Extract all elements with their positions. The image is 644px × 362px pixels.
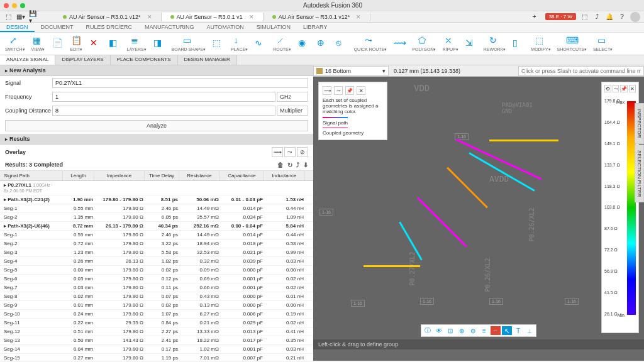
ribbon-BOARD SHAPE[interactable]: ▭BOARD SHAPE▾ [169,34,209,53]
table-row[interactable]: Seg-31.23 mm179.80 Ω5.53 ps32.53 mΩ0.031… [0,248,313,257]
table-row[interactable]: Seg-150.27 mm179.80 Ω1.19 ps7.01 mΩ0.007… [0,354,313,361]
ribbon-tool[interactable]: ⬚ [209,36,227,51]
command-input[interactable] [518,66,644,76]
ribbon-tool[interactable]: ▯ [509,36,527,51]
help-icon[interactable]: ? [618,13,626,21]
minus-icon[interactable]: − [491,326,501,335]
layer-select[interactable]: 16 Bottom▾ [313,66,389,76]
overlay-none-icon[interactable]: ⊘ [297,147,308,157]
ortho-icon[interactable]: ⟂ [525,326,535,335]
table-row[interactable]: Seg-50.00 mm179.80 Ω0.02 ps0.09 mΩ0.000 … [0,266,313,275]
overlay-path-icon[interactable]: ⟿ [272,147,283,157]
table-row[interactable]: Seg-10.55 mm179.80 Ω2.46 ps14.49 mΩ0.014… [0,231,313,239]
ribbon-EDIT[interactable]: 📋EDIT▾ [68,34,86,53]
ribbon-QUICK ROUTE[interactable]: ⤳QUICK ROUTE▾ [352,34,390,53]
new-analysis-header[interactable]: New Analysis [0,65,313,76]
freq-unit[interactable]: GHz [277,92,308,102]
ribbon-tab[interactable]: AUTOMATION [201,23,250,32]
panel-tab[interactable]: PLACE COMPONENTS [111,55,178,65]
panel-tab[interactable]: ANALYZE SIGNAL [0,55,55,65]
ribbon-SHORTCUTS[interactable]: ⌨SHORTCUTS▾ [555,34,589,53]
user-icon[interactable] [630,12,640,22]
inspector-tab[interactable]: INSPECTOR [635,103,644,144]
freq-input[interactable] [52,92,275,102]
table-row[interactable]: Seg-140.04 mm179.80 Ω0.17 ps1.02 mΩ0.001… [0,345,313,354]
pcb-canvas[interactable]: VDD PAD@VIA01GND AVDD P0.26/XL2 P0.27/XL… [313,77,644,349]
table-row[interactable]: Seg-90.01 mm179.80 Ω0.02 ps0.13 mΩ0.000 … [0,301,313,310]
table-row[interactable]: Seg-80.02 mm179.80 Ω0.07 ps0.43 mΩ0.000 … [0,292,313,301]
signal-select[interactable]: P0.27/XL1 [52,78,308,88]
save-icon[interactable]: 💾▾ [29,13,38,21]
ribbon-tool[interactable]: ⎋ [333,36,350,51]
ribbon-tool[interactable]: ◨ [150,36,168,51]
legend-close-icon[interactable]: ✕ [357,86,365,95]
table-row[interactable]: Seg-70.03 mm179.80 Ω0.11 ps0.66 mΩ0.001 … [0,283,313,292]
refresh-icon[interactable]: ↻ [287,162,292,168]
ribbon-MODIFY[interactable]: ⬚MODIFY▾ [528,34,553,53]
table-row[interactable]: Seg-130.50 mm143.43 Ω2.41 ps18.22 mΩ0.01… [0,336,313,345]
table-row[interactable]: Seg-110.22 mm29.35 Ω0.84 ps0.21 mΩ0.029 … [0,319,313,327]
panel-tab[interactable]: DESIGN MANAGER [178,55,237,65]
ribbon-tab[interactable]: LIBRARY [297,23,333,32]
ribbon-tab[interactable]: DESIGN [0,23,35,32]
ribbon-tool[interactable]: ⟿ [391,36,408,51]
doc-tab[interactable]: AU Air Sensor – R3.0.1 v12* ✕ [264,13,371,21]
drc-badge[interactable]: 38 E · 7 W [545,13,576,20]
ribbon-tool[interactable]: ◉ [295,36,313,51]
window-min[interactable] [12,3,17,8]
scale-gear-icon[interactable]: ⚙ [604,85,611,92]
export-icon[interactable]: ⤴ [296,162,299,168]
delete-icon[interactable]: 🗑 [277,162,284,168]
scale-close-icon[interactable]: ✕ [629,85,636,92]
ribbon-SELECT[interactable]: ▭SELECT▾ [591,34,615,53]
text-icon[interactable]: T [513,326,523,335]
ribbon-SWITCH[interactable]: ⤢SWITCH▾ [3,34,28,53]
home-icon[interactable]: ⬚ [4,13,13,21]
selection-filter-tab[interactable]: SELECTION FILTER [635,145,644,203]
ribbon-tool[interactable]: 📄 [49,36,67,51]
table-row[interactable]: Seg-100.24 mm179.80 Ω1.07 ps6.27 mΩ0.006… [0,310,313,319]
zoom-out-icon[interactable]: ⊖ [468,326,478,335]
ribbon-VIEW[interactable]: ▦VIEW▾ [29,34,48,53]
download-icon[interactable]: ⬇ [303,162,308,168]
new-tab[interactable]: + [530,13,539,21]
table-row[interactable]: ▸ Path-X3(2)-C21(2)1.90 mm179.80 - 179.8… [0,195,313,204]
ribbon-tool[interactable]: ⊕ [314,36,331,51]
bell-icon[interactable]: 🔔 [605,13,614,21]
ribbon-tab[interactable]: DOCUMENT [35,23,80,32]
zoom-in-icon[interactable]: ⊕ [457,326,467,335]
ribbon-tool[interactable]: ✕ [87,36,104,51]
ribbon-LAYERS[interactable]: ≣LAYERS▾ [125,34,149,53]
table-row[interactable]: Seg-21.35 mm179.80 Ω6.05 ps35.57 mΩ0.034… [0,213,313,222]
ribbon-POLYGON[interactable]: ⬠POLYGON▾ [409,34,438,53]
table-row[interactable]: Seg-60.03 mm179.80 Ω0.12 ps0.69 mΩ0.001 … [0,275,313,283]
scale-pin-icon[interactable]: 📌 [620,85,628,92]
panel-tab[interactable]: DISPLAY LAYERS [55,55,110,65]
grid-icon[interactable]: ≡ [479,326,489,335]
legend-couple-icon[interactable]: ⤳ [334,86,343,95]
table-row[interactable]: ▸ Path-X3(2)-U6(46)8.72 mm26.13 - 179.80… [0,222,313,231]
ribbon-tool[interactable]: ∿ [252,36,269,51]
ribbon-tool[interactable]: ◧ [106,36,123,51]
window-max[interactable] [20,3,25,8]
table-row[interactable]: Seg-10.55 mm179.80 Ω2.46 ps14.49 mΩ0.014… [0,204,313,213]
ribbon-REWORK[interactable]: ↻REWORK▾ [481,34,509,53]
overlay-impedance-icon[interactable]: ⤳ [284,147,296,157]
share-icon[interactable]: ⤴ [592,13,601,21]
doc-tab[interactable]: AU Air Sensor – R3.0.1 v12* ✕ [54,13,162,21]
legend-pin-icon[interactable]: 📌 [345,86,354,95]
window-close[interactable] [4,3,9,8]
cursor-icon[interactable]: ↖ [502,326,512,335]
ribbon-RIPUP[interactable]: ⤫RIPUP▾ [440,34,460,53]
scale-scope-icon[interactable]: ⤳ [613,85,619,92]
ribbon-ROUTE[interactable]: ⟋ROUTE▾ [270,34,294,53]
ext-icon[interactable]: ⬚ [580,13,589,21]
zoom-fit-icon[interactable]: ⊡ [445,326,455,335]
ribbon-tab[interactable]: RULES DRC/ERC [80,23,139,32]
table-row[interactable]: Seg-40.26 mm26.13 Ω1.02 ps0.32 mΩ0.039 p… [0,257,313,266]
ribbon-tab[interactable]: MANUFACTURING [138,23,201,32]
analyze-button[interactable]: Analyze [5,120,308,131]
ribbon-tool[interactable]: ⇲ [462,36,480,51]
doc-tab[interactable]: AU Air Sensor – R3.0.1 v1 ✕ [162,13,264,21]
table-row[interactable]: Seg-20.72 mm179.80 Ω3.22 ps18.94 mΩ0.018… [0,239,313,248]
